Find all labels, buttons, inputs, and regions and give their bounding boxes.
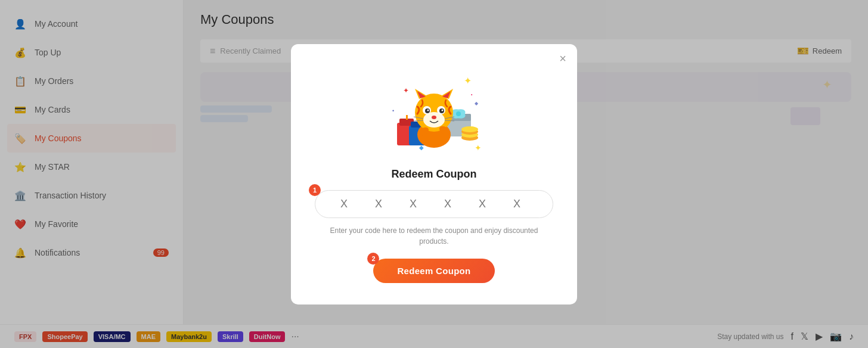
svg-text:◆: ◆ — [475, 101, 479, 106]
redeem-coupon-button[interactable]: Redeem Coupon — [373, 259, 494, 283]
helper-text: Enter your code here to redeem the coupo… — [315, 225, 553, 247]
svg-point-9 — [456, 111, 461, 116]
redeem-coupon-modal: × — [291, 44, 577, 304]
svg-point-26 — [442, 109, 444, 111]
svg-rect-2 — [406, 115, 408, 120]
svg-point-27 — [432, 116, 436, 119]
svg-text:✦: ✦ — [475, 143, 482, 153]
step1-indicator: 1 — [309, 184, 321, 196]
svg-text:•: • — [471, 92, 473, 97]
svg-point-13 — [461, 126, 478, 132]
modal-illustration: ✦ ✦ • ◆ • ◆ ✦ — [380, 63, 488, 159]
coupon-code-input[interactable] — [315, 190, 553, 218]
svg-text:✦: ✦ — [403, 86, 409, 95]
svg-text:•: • — [392, 108, 394, 114]
modal-close-button[interactable]: × — [559, 52, 566, 64]
submit-wrapper: 2 Redeem Coupon — [373, 259, 494, 283]
modal-title: Redeem Coupon — [391, 168, 476, 181]
modal-overlay[interactable]: × — [0, 0, 868, 348]
svg-text:◆: ◆ — [419, 144, 424, 151]
step2-indicator: 2 — [367, 253, 379, 265]
coupon-input-wrapper: 1 — [315, 190, 553, 218]
svg-point-25 — [427, 109, 429, 111]
tiger-image: ✦ ✦ • ◆ • ◆ ✦ — [386, 66, 482, 156]
svg-text:✦: ✦ — [464, 76, 472, 86]
